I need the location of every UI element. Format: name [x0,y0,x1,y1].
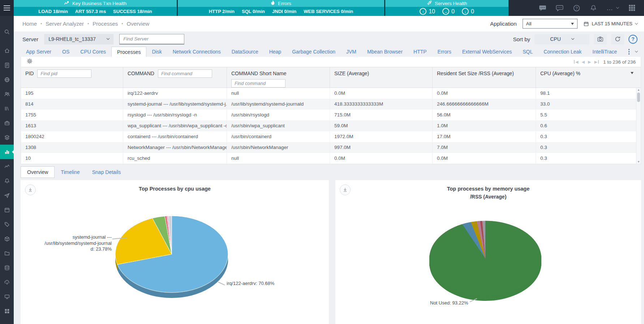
sidebar-item-bell-icon[interactable] [0,174,14,188]
hamburger-menu-icon[interactable] [0,0,14,16]
sidebar-item-bar-chart-icon[interactable] [0,145,14,159]
sidebar-item-search-icon[interactable] [0,25,14,39]
tab-http[interactable]: HTTP [408,47,432,57]
sort-select[interactable]: CPU [534,34,589,44]
tab-intellitrace[interactable]: IntelliTrace [587,47,622,57]
table-cell-size: 418.3333333333333M [330,99,433,110]
tab-jvm[interactable]: JVM [341,47,362,57]
sidebar-item-briefcase-icon[interactable] [0,116,14,130]
tab-os[interactable]: OS [57,47,75,57]
table-row[interactable]: 1800242containerd --- /usr/bin/container… [21,131,641,142]
breadcrumb-home[interactable]: Home [22,21,37,27]
prev-page-button[interactable]: ◀ [582,60,585,64]
subtab-snap-details[interactable]: Snap Details [86,166,127,178]
table-row[interactable]: 195irq/122-aerdrvnull0.0M0.0M98.1 [21,88,641,99]
sidebar-item-cloud-download-icon[interactable] [0,275,14,289]
more-menu-icon[interactable]: … [606,5,619,11]
table-row[interactable]: 1613wpa_supplicant --- /usr/sbin/wpa_sup… [21,120,641,131]
table-cell-command_short: /usr/sbin/NetworkManager [227,142,330,153]
sidebar-item-folder-icon[interactable] [0,246,14,260]
tab-heap[interactable]: Heap [264,47,287,57]
memory-pie-panel: Top processes by memory usage /RSS (Aver… [335,180,641,324]
first-page-button[interactable]: ◀ [574,60,578,64]
tab-external-webservices[interactable]: External WebServices [457,47,517,57]
refresh-button[interactable] [611,34,624,44]
command-filter-input[interactable] [158,69,212,78]
screenshot-button[interactable] [594,34,607,44]
column-header-cpu: CPU (Average) % [536,67,641,88]
table-cell-command_short: null [227,88,330,99]
server-select[interactable]: L9-RHEL8_tc_13337 [44,34,113,44]
tab-datasource[interactable]: DataSource [226,47,264,57]
tab-network-connections[interactable]: Network Connections [167,47,226,57]
sidebar-item-calendar-icon[interactable] [0,202,14,217]
tab-app-server[interactable]: App Server [21,47,57,57]
table-vertical-scrollbar[interactable]: ▲ ▼ [636,88,641,164]
tab-mbean-browser[interactable]: Mbean Browser [362,47,408,57]
chat-outline-icon[interactable] [556,4,563,12]
sidebar-item-users-icon[interactable] [0,87,14,101]
tab-garbage-collection[interactable]: Garbage Collection [287,47,341,57]
chat-filled-icon[interactable] [539,4,546,12]
table-row[interactable]: 814systemd-journal --- /usr/lib/systemd/… [21,99,641,110]
sidebar-item-database-icon[interactable] [0,260,14,275]
sidebar-item-package-icon[interactable] [0,231,14,246]
breadcrumb-overview[interactable]: Overview [127,21,150,27]
tabs-collapse-chevron-icon[interactable] [635,50,638,52]
subtab-timeline[interactable]: Timeline [55,166,86,178]
flame-icon [271,0,275,7]
sidebar-item-activity-icon[interactable] [0,159,14,174]
sidebar-item-layers-icon[interactable] [0,130,14,145]
sidebar-item-send-icon[interactable] [0,188,14,202]
subtab-overview[interactable]: Overview [21,166,55,178]
pid-filter-input[interactable] [37,69,91,78]
time-range-label: LAST 15 MINUTES [592,21,632,26]
sidebar-item-grid-icon[interactable] [0,304,14,318]
time-range-picker[interactable]: LAST 15 MINUTES [583,21,637,27]
health-section-3[interactable]: Servers Health↑10→0↓0 [385,0,510,16]
server-count-down[interactable]: ↓0 [462,8,474,15]
sidebar-item-report-icon[interactable] [0,58,14,72]
command-short-filter-input[interactable] [231,79,285,88]
table-row[interactable]: 1755rsyslogd --- /usr/sbin/rsyslogd -n/u… [21,110,641,120]
sidebar-item-library-icon[interactable] [0,101,14,116]
help-circle-icon[interactable]: ? [573,4,580,12]
last-page-button[interactable]: ▶ [594,60,598,64]
sidebar-item-home-icon[interactable] [0,43,14,58]
table-cell-command_short: /usr/lib/systemd/systemd-journald [227,99,330,110]
breadcrumb-server-analyzer[interactable]: Server Analyzer [46,21,84,27]
server-count-up[interactable]: ↑10 [420,8,435,15]
sidebar-item-monitor-icon[interactable] [0,289,14,304]
tab-connection-leak[interactable]: Connection Leak [538,47,587,57]
tab-sql[interactable]: SQL [517,47,538,57]
tab-cpu-cores[interactable]: CPU Cores [75,47,111,57]
breadcrumb-processes[interactable]: Processes [93,21,118,27]
sidebar-item-tag-icon[interactable] [0,217,14,231]
table-row[interactable]: 10rcu_schednull0.0M0.0M0.3 [21,153,641,164]
find-server-input[interactable] [119,34,184,44]
health-section-1[interactable]: Key Business Txn HealthLOAD 18/minART 55… [14,0,178,16]
column-menu-icon[interactable] [631,72,634,74]
next-page-button[interactable]: ▶ [588,60,591,64]
health-section-title: Errors [178,0,384,7]
memory-pie-chart [335,180,641,324]
detail-subtabs: OverviewTimelineSnap Details [21,166,644,178]
scroll-up-icon[interactable]: ▲ [636,88,641,91]
table-row[interactable]: 1308NetworkManager --- /usr/sbin/Network… [21,142,641,153]
tab-disk[interactable]: Disk [146,47,167,57]
scroll-down-icon[interactable]: ▼ [636,160,641,163]
tab-overflow-menu-icon[interactable] [628,49,630,55]
tab-processes[interactable]: Processes [111,47,146,57]
sidebar-item-globe-icon[interactable] [0,72,14,87]
server-count-right[interactable]: →0 [442,8,455,15]
apps-grid-icon[interactable] [628,4,636,12]
table-settings-gear-icon[interactable] [27,58,33,65]
help-button[interactable]: ? [628,35,637,44]
table-cell-pid: 814 [21,99,123,110]
tab-errors[interactable]: Errors [432,47,457,57]
scrollbar-thumb[interactable] [637,93,640,102]
table-cell-pid: 1308 [21,142,123,153]
bell-icon[interactable] [590,4,597,12]
health-section-2[interactable]: ErrorsHTTP 2/minSQL 0/minJNDI 0/minWEB S… [178,0,385,16]
application-select[interactable]: All [523,19,578,29]
